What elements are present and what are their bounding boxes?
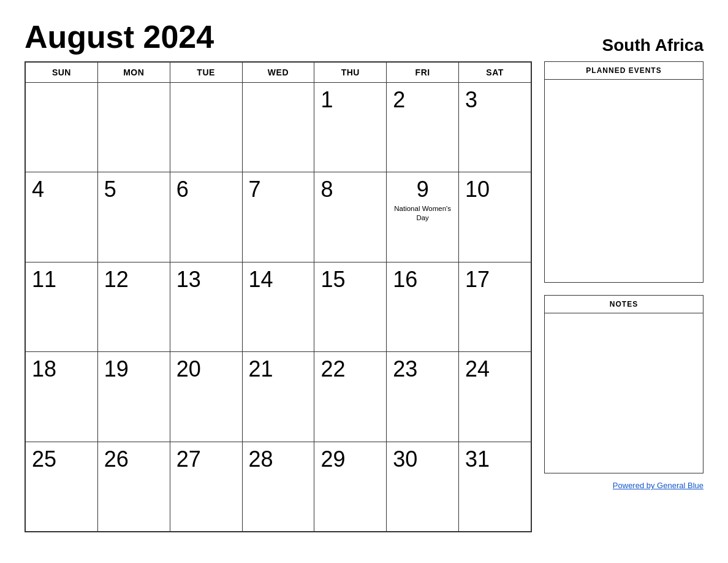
day-number: 28 (249, 447, 273, 472)
day-cell: 15 (314, 262, 387, 351)
country-title: South Africa (602, 36, 703, 55)
day-cell: 11 (26, 262, 98, 351)
empty-cell (242, 83, 314, 172)
day-of-week-header: SAT (459, 63, 531, 83)
day-cell: 24 (459, 352, 531, 442)
calendar-grid: SUNMONTUEWEDTHUFRISAT 123456789National … (25, 61, 532, 532)
day-number: 24 (465, 357, 490, 381)
notes-box: NOTES (544, 295, 703, 473)
day-of-week-header: SUN (26, 63, 98, 83)
planned-events-content (545, 80, 703, 282)
day-of-week-header: FRI (387, 63, 459, 83)
planned-events-box: PLANNED EVENTS (544, 61, 703, 283)
day-cell: 16 (387, 262, 459, 351)
day-number: 9 (417, 177, 429, 202)
day-number: 4 (32, 177, 44, 202)
day-cell: 8 (314, 172, 387, 262)
day-cell: 17 (459, 262, 531, 351)
calendar-table: SUNMONTUEWEDTHUFRISAT 123456789National … (25, 62, 531, 532)
day-number: 20 (176, 357, 201, 381)
notes-header: NOTES (545, 296, 703, 313)
day-of-week-header: WED (242, 63, 314, 83)
day-number: 31 (465, 447, 490, 472)
empty-cell (97, 83, 170, 172)
day-cell: 18 (26, 352, 98, 442)
day-cell: 12 (97, 262, 170, 351)
day-cell: 27 (170, 442, 242, 531)
day-cell: 5 (97, 172, 170, 262)
day-number: 13 (176, 267, 201, 292)
day-number: 12 (104, 267, 129, 292)
day-number: 6 (176, 177, 189, 202)
day-cell: 21 (242, 352, 314, 442)
day-cell: 1 (314, 83, 387, 172)
day-number: 11 (32, 267, 56, 292)
day-cell: 13 (170, 262, 242, 351)
day-number: 15 (320, 267, 345, 292)
day-cell: 29 (314, 442, 387, 531)
day-number: 19 (104, 357, 129, 381)
day-number: 25 (32, 447, 56, 472)
day-number: 17 (465, 267, 490, 292)
day-cell: 4 (26, 172, 98, 262)
notes-content (545, 313, 703, 473)
day-number: 16 (393, 267, 417, 292)
day-number: 23 (393, 357, 417, 381)
day-number: 7 (249, 177, 261, 202)
day-number: 22 (320, 357, 345, 381)
day-number: 30 (393, 447, 417, 472)
day-cell: 2 (387, 83, 459, 172)
month-title: August 2024 (25, 18, 214, 55)
day-cell: 22 (314, 352, 387, 442)
footer: Powered by General Blue (544, 480, 703, 491)
day-of-week-header: TUE (170, 63, 242, 83)
day-number: 2 (393, 88, 405, 112)
day-of-week-header: THU (314, 63, 387, 83)
day-number: 29 (320, 447, 345, 472)
day-cell: 9National Women's Day (387, 172, 459, 262)
day-cell: 19 (97, 352, 170, 442)
day-number: 1 (320, 88, 333, 112)
day-number: 5 (104, 177, 116, 202)
day-number: 21 (249, 357, 273, 381)
day-cell: 6 (170, 172, 242, 262)
day-cell: 28 (242, 442, 314, 531)
day-cell: 31 (459, 442, 531, 531)
day-cell: 10 (459, 172, 531, 262)
day-event: National Women's Day (393, 204, 452, 223)
day-number: 8 (320, 177, 333, 202)
day-number: 14 (249, 267, 273, 292)
empty-cell (26, 83, 98, 172)
powered-by-link[interactable]: Powered by General Blue (613, 481, 703, 490)
day-cell: 25 (26, 442, 98, 531)
day-cell: 20 (170, 352, 242, 442)
sidebar: PLANNED EVENTS NOTES Powered by General … (544, 61, 703, 532)
day-cell: 7 (242, 172, 314, 262)
planned-events-header: PLANNED EVENTS (545, 62, 703, 80)
day-cell: 14 (242, 262, 314, 351)
day-cell: 3 (459, 83, 531, 172)
day-number: 18 (32, 357, 56, 381)
day-cell: 23 (387, 352, 459, 442)
day-cell: 30 (387, 442, 459, 531)
day-number: 10 (465, 177, 490, 202)
day-of-week-header: MON (97, 63, 170, 83)
day-cell: 26 (97, 442, 170, 531)
day-number: 3 (465, 88, 477, 112)
day-number: 26 (104, 447, 129, 472)
empty-cell (170, 83, 242, 172)
day-number: 27 (176, 447, 201, 472)
